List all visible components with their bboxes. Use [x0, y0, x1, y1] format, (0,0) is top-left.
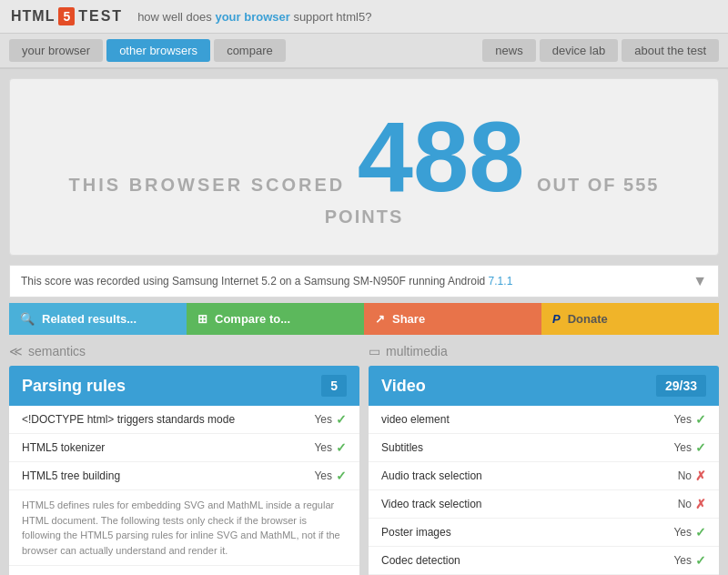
test-result: Yes ✓ — [673, 412, 706, 427]
test-name: Audio track selection — [381, 469, 482, 482]
multimedia-header: ▭ multimedia — [369, 344, 719, 358]
search-button[interactable]: 🔍 Related results... — [9, 303, 187, 335]
share-button[interactable]: ↗ Share — [364, 303, 541, 335]
table-row: video element Yes ✓ — [369, 406, 719, 434]
table-row: HTML5 tokenizer Yes ✓ — [9, 434, 359, 462]
test-name: HTML5 tokenizer — [22, 441, 105, 454]
score-section: THIS BROWSER SCORED 488 OUT OF 555 POINT… — [9, 78, 719, 256]
table-row: <!DOCTYPE html> triggers standards mode … — [9, 406, 359, 434]
semantics-label: semantics — [28, 344, 86, 358]
parsing-rules-description: HTML5 defines rules for embedding SVG an… — [9, 490, 359, 566]
test-name: Subtitles — [381, 441, 423, 454]
test-name: <!DOCTYPE html> triggers standards mode — [22, 413, 235, 426]
tagline-highlight: your browser — [215, 10, 289, 24]
parsing-rules-title-bar: Parsing rules 5 — [9, 366, 359, 406]
parsing-rules-score: 5 — [321, 375, 347, 397]
compare-label: Compare to... — [215, 312, 290, 326]
test-name: video element — [381, 413, 450, 426]
test-result: Yes ✓ — [314, 412, 347, 427]
semantics-icon: ≪ — [9, 344, 23, 358]
test-result: No ✗ — [678, 469, 706, 483]
action-bar: 🔍 Related results... ⊞ Compare to... ↗ S… — [9, 303, 719, 335]
parsing-rules-body: <!DOCTYPE html> triggers standards mode … — [9, 406, 359, 575]
nav-other-browsers[interactable]: other browsers — [106, 39, 210, 62]
nav-your-browser[interactable]: your browser — [9, 39, 103, 62]
nav-about-test[interactable]: about the test — [622, 39, 719, 62]
result-text: Yes — [673, 526, 692, 539]
check-icon: ✗ — [695, 469, 706, 483]
nav-compare[interactable]: compare — [214, 39, 286, 62]
header: HTML 5 TEST how well does your browser s… — [0, 0, 728, 34]
logo-5-icon: 5 — [58, 7, 75, 25]
result-text: Yes — [673, 413, 692, 426]
video-title: Video — [381, 377, 426, 396]
result-text: No — [678, 498, 692, 510]
video-score: 29/33 — [656, 375, 706, 397]
logo-test-text: TEST — [78, 8, 123, 25]
paypal-icon: P — [552, 312, 561, 326]
left-column: ≪ semantics Parsing rules 5 <!DOCTYPE ht… — [9, 344, 359, 575]
check-icon: ✓ — [695, 440, 706, 455]
table-row: HTML5 tree building Yes ✓ — [9, 462, 359, 490]
table-row: Video track selection No ✗ — [369, 490, 719, 519]
result-text: Yes — [314, 413, 332, 426]
share-label: Share — [392, 312, 425, 326]
info-text: This score was recorded using Samsung In… — [21, 275, 512, 288]
table-row: Poster images Yes ✓ — [369, 519, 719, 547]
test-result: No ✗ — [678, 497, 706, 511]
multimedia-icon: ▭ — [369, 344, 380, 358]
nav-bar: your browser other browsers compare news… — [0, 34, 728, 69]
android-version-link[interactable]: 7.1.1 — [489, 275, 513, 288]
table-row: Audio track selection No ✗ — [369, 462, 719, 490]
main-content: ≪ semantics Parsing rules 5 <!DOCTYPE ht… — [9, 344, 719, 575]
share-icon: ↗ — [375, 312, 385, 326]
parsing-rules-title: Parsing rules — [22, 377, 126, 396]
check-icon: ✓ — [695, 553, 706, 568]
dropdown-arrow-icon[interactable]: ▼ — [693, 273, 707, 289]
semantics-header: ≪ semantics — [9, 344, 359, 358]
test-result: Yes ✓ — [673, 553, 706, 568]
logo: HTML 5 TEST — [11, 7, 123, 25]
score-number: 488 — [358, 106, 525, 207]
result-text: Yes — [673, 441, 692, 454]
result-text: Yes — [314, 469, 332, 482]
multimedia-label: multimedia — [386, 344, 448, 358]
video-body: video element Yes ✓ Subtitles Yes ✓ Audi… — [369, 406, 719, 575]
check-icon: ✗ — [695, 497, 706, 511]
logo-html-text: HTML — [11, 8, 55, 25]
result-text: No — [678, 469, 692, 482]
video-card: Video 29/33 video element Yes ✓ Subtitle… — [369, 366, 719, 575]
check-icon: ✓ — [336, 412, 347, 427]
test-result: Yes ✓ — [673, 440, 706, 455]
table-row: Subtitles Yes ✓ — [369, 434, 719, 462]
right-column: ▭ multimedia Video 29/33 video element Y… — [369, 344, 719, 575]
nav-news[interactable]: news — [482, 39, 535, 62]
video-title-bar: Video 29/33 — [369, 366, 719, 406]
compare-icon: ⊞ — [197, 312, 207, 326]
info-bar: This score was recorded using Samsung In… — [9, 265, 719, 298]
parsing-rules-card: Parsing rules 5 <!DOCTYPE html> triggers… — [9, 366, 359, 575]
table-row: Codec detection Yes ✓ — [369, 547, 719, 575]
search-icon: 🔍 — [20, 312, 35, 326]
score-prefix: THIS BROWSER SCORED — [69, 175, 346, 195]
tagline: how well does your browser support html5… — [137, 10, 371, 24]
test-name: Video track selection — [381, 498, 482, 510]
test-name: HTML5 tree building — [22, 469, 120, 482]
test-result: Yes ✓ — [314, 469, 347, 483]
nav-device-lab[interactable]: device lab — [540, 39, 619, 62]
check-icon: ✓ — [695, 525, 706, 540]
right-nav: news device lab about the test — [482, 39, 719, 62]
result-text: Yes — [673, 554, 692, 567]
donate-label: Donate — [568, 312, 608, 326]
left-nav: your browser other browsers compare — [9, 39, 286, 62]
search-label: Related results... — [42, 312, 136, 326]
check-icon: ✓ — [336, 440, 347, 455]
test-name: Codec detection — [381, 554, 460, 567]
table-row: Parsing inline SVG Yes ✓ — [9, 566, 359, 575]
test-result: Yes ✓ — [314, 440, 347, 455]
result-text: Yes — [314, 441, 332, 454]
test-name: Poster images — [381, 526, 451, 539]
check-icon: ✓ — [336, 469, 347, 483]
donate-button[interactable]: P Donate — [541, 303, 719, 335]
compare-button[interactable]: ⊞ Compare to... — [187, 303, 364, 335]
